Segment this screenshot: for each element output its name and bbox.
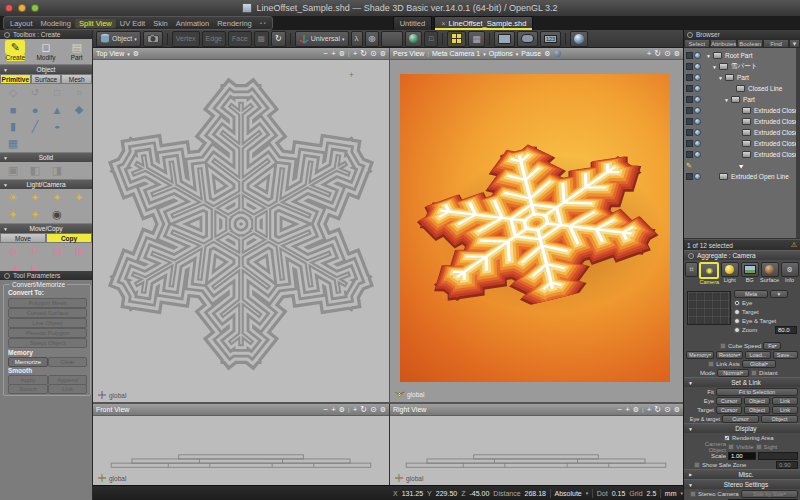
tab-move[interactable]: Move	[0, 233, 46, 243]
toolbox-tab-create[interactable]: ✎ Create	[1, 40, 30, 61]
scale-copy-icon[interactable]: ▤	[46, 244, 68, 259]
wedge-primitive-icon[interactable]: ◆	[68, 102, 90, 117]
target-cursor-button[interactable]: Cursor	[716, 406, 742, 414]
stereo-settings-header[interactable]: ▼Stereo Settings	[684, 479, 800, 489]
tab-animation[interactable]: Animation	[172, 19, 213, 28]
aggregate-tab-light[interactable]: Light	[720, 262, 739, 283]
tree-row[interactable]: Extruded Closed	[684, 105, 800, 116]
view-settings-icon[interactable]: ⚙	[380, 406, 386, 413]
object-section-header[interactable]: ▼Object	[0, 64, 92, 74]
tree-item-label[interactable]: Extruded Closed	[754, 129, 800, 136]
view-settings-icon[interactable]: ⚙	[380, 50, 386, 57]
camera-dropdown-icon[interactable]: ▾	[483, 51, 486, 57]
line-light-icon[interactable]: ✦	[24, 207, 46, 222]
render-toggle[interactable]	[694, 151, 701, 158]
coord-mode-dropdown[interactable]: Absolute	[555, 490, 582, 497]
save-button[interactable]: Save...	[773, 351, 798, 359]
browser-filter-icon[interactable]: ▼	[789, 39, 800, 48]
render-toggle[interactable]	[694, 107, 701, 114]
tree-row[interactable]: Extruded Closed	[684, 138, 800, 149]
solid-sweep-icon[interactable]: ◨	[46, 163, 68, 178]
vertex-mode-button[interactable]: Vertex	[172, 31, 200, 47]
tree-row[interactable]: Closed Line	[684, 83, 800, 94]
visibility-toggle[interactable]	[686, 52, 693, 59]
grid-toggle-button[interactable]: ▦	[468, 31, 485, 47]
tree-item-label[interactable]: Extruded Open Line	[731, 173, 789, 180]
eye-object-button[interactable]: Object	[744, 397, 770, 405]
move-copy-section-header[interactable]: ▼Move/Copy	[0, 223, 92, 233]
front-viewport[interactable]: global	[93, 416, 389, 485]
eye-radio-row[interactable]: Eye	[732, 298, 799, 307]
visibility-toggle[interactable]	[686, 74, 693, 81]
orbit-icon[interactable]: ↻	[654, 50, 661, 58]
solid-section-header[interactable]: ▼Solid	[0, 152, 92, 162]
stereo-mode-dropdown[interactable]: Side by Side▾	[741, 490, 798, 498]
tree-item-label[interactable]: Closed Line	[748, 85, 782, 92]
sphere-primitive-icon[interactable]: ●	[24, 102, 46, 117]
pan-icon[interactable]: +	[647, 406, 652, 414]
eye-radio[interactable]	[734, 300, 740, 306]
visibility-toggle[interactable]	[686, 96, 693, 103]
right-viewport[interactable]: global	[390, 416, 683, 485]
tree-row[interactable]: Extruded Closed	[684, 116, 800, 127]
convert-pseudo-polygon-button[interactable]: Pseudo Polygon	[8, 328, 87, 338]
tree-item-label[interactable]: Part	[737, 74, 749, 81]
top-viewport[interactable]: + global	[93, 60, 389, 402]
view-gear-icon[interactable]: ⚙	[633, 406, 639, 413]
mode-dropdown[interactable]: Normal▾	[717, 369, 749, 377]
misc-header[interactable]: ▼Misc.	[684, 469, 800, 479]
convert-polygon-mesh-button[interactable]: Polygon Mesh	[8, 298, 87, 308]
tree-row[interactable]: ▼ Part	[684, 72, 800, 83]
tree-item-label[interactable]: Extruded Closed	[754, 118, 800, 125]
convert-curved-surface-button[interactable]: Curved Surface	[8, 308, 87, 318]
render-toggle[interactable]	[694, 63, 701, 70]
fit-to-selection-button[interactable]: Fit to Selection	[716, 388, 798, 396]
eye-target-radio[interactable]	[734, 318, 740, 324]
expand-arrow[interactable]: ▼	[724, 97, 729, 103]
render-toggle[interactable]	[694, 85, 701, 92]
target-radio-row[interactable]: Target	[732, 307, 799, 316]
pers-camera-selector[interactable]: Meta Camera 1	[432, 50, 480, 57]
pan-icon[interactable]: +	[353, 406, 358, 414]
grid-value[interactable]: 2.5	[647, 490, 657, 497]
tab-mesh[interactable]: Mesh	[61, 74, 92, 84]
pan-icon[interactable]: +	[647, 50, 652, 58]
panel-collapse-icon[interactable]	[4, 32, 10, 38]
browser-tab-boolean[interactable]: Boolean	[737, 39, 763, 48]
set-link-header[interactable]: ▼Set & Link	[684, 377, 800, 387]
zoom-radio-row[interactable]: Zoom 80.0	[732, 325, 799, 334]
render-toggle[interactable]	[694, 52, 701, 59]
object-mode-button[interactable]: Object ▾	[96, 31, 141, 47]
browser-tab-find[interactable]: Find	[763, 39, 789, 48]
array-copy-icon[interactable]: ▥	[68, 244, 90, 259]
tree-row[interactable]: ▼ Part	[684, 94, 800, 105]
rotate-tool-button[interactable]: ↻	[271, 31, 286, 47]
light-camera-section-header[interactable]: ▼Light/Camera	[0, 179, 92, 189]
tree-item-label[interactable]: Extruded Closed	[754, 107, 800, 114]
aggregate-tab-surface[interactable]: Surface	[760, 262, 779, 283]
cube-speed-checkbox[interactable]	[720, 343, 726, 349]
tab-layout[interactable]: Layout	[6, 19, 37, 28]
cube-primitive-icon[interactable]: ■	[2, 102, 24, 117]
line-primitive-icon[interactable]: ╱	[24, 119, 46, 134]
visibility-toggle[interactable]	[686, 63, 693, 70]
render-toggle[interactable]	[694, 74, 701, 81]
ambient-light-icon[interactable]: ✦	[2, 207, 24, 222]
render-preview-button[interactable]	[570, 31, 588, 47]
link-view-button[interactable]: ⊡	[424, 31, 438, 47]
four-view-layout-button[interactable]	[447, 31, 466, 47]
numeric-input-button[interactable]: 123	[540, 31, 561, 47]
tab-modeling[interactable]: Modeling	[37, 19, 75, 28]
face-mode-button[interactable]: Face	[228, 31, 252, 47]
zoom-radio[interactable]	[734, 327, 740, 333]
render-toggle[interactable]	[694, 96, 701, 103]
coord-mode-dropdown-icon[interactable]: ▾	[586, 490, 589, 496]
point-light-icon[interactable]: ☀	[2, 190, 24, 205]
safe-zone-checkbox[interactable]	[694, 462, 700, 468]
circle-tool-icon[interactable]: ○	[68, 85, 90, 100]
eye-target-cursor-button[interactable]: Cursor	[722, 415, 759, 423]
browser-scrollbar[interactable]	[796, 48, 800, 238]
magnify-icon[interactable]: ⊙	[664, 406, 671, 414]
panel-collapse-icon[interactable]	[4, 273, 10, 279]
area-light-icon[interactable]: ✦	[68, 190, 90, 205]
